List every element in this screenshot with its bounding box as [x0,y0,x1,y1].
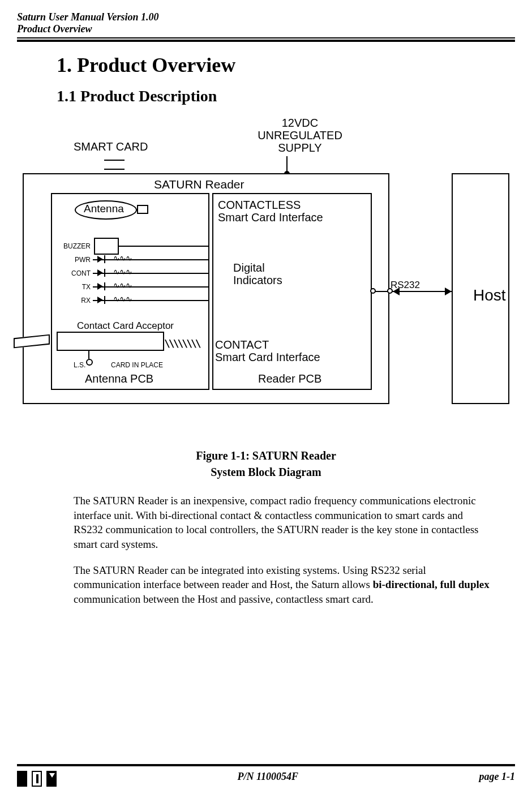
pwr-line [93,259,209,260]
cont-label: CONT [57,269,91,277]
led-icon [104,282,105,290]
contact-acceptor-label: Contact Card Acceptor [77,320,174,332]
led-icon [97,269,103,276]
rs232-label: RS232 [391,280,420,291]
smartcard-label: SMART CARD [74,140,148,153]
figure-caption-line2: System Block Diagram [17,466,515,479]
logo-bar-icon [32,771,42,787]
buzzer-line [119,246,209,247]
contact-line [17,117,41,118]
led-icon [104,296,105,304]
supply-label: 12VDC UNREGULATED SUPPLY [243,117,357,154]
digital-indicators-label: Digital Indicators [233,261,282,286]
digital-l2: Indicators [233,274,282,286]
rx-line [93,300,209,301]
acceptor-box [57,332,164,351]
figure-caption-line1: Figure 1-1: SATURN Reader [17,449,515,462]
contact-label: CONTACT Smart Card Interface [215,338,320,363]
footer-page: page 1-1 [479,771,515,787]
arrow-right-icon [445,288,452,295]
footer-pn: P/N 1100054F [238,771,299,787]
heading-1: 1. Product Overview [57,53,515,77]
paragraph-2-bold: bi-directional, full duplex [373,578,490,590]
ls-label: L.S. [74,361,85,369]
logo-bar-icon [17,771,27,787]
buzzer-label: BUZZER [57,242,91,250]
heading-2: 1.1 Product Description [57,87,515,105]
tx-line [93,286,209,288]
contact-connector-icon: \\\\\\\\ [164,337,200,349]
rx-label: RX [57,297,91,304]
page-header: Saturn User Manual Version 1.00 Product … [17,11,515,42]
reader-pcb-label: Reader PCB [258,372,321,385]
contactless-l1: CONTACTLESS [218,199,301,211]
paragraph-2: The SATURN Reader can be integrated into… [74,563,492,607]
page-footer: P/N 1100054F page 1-1 [17,758,515,787]
led-icon [97,256,103,263]
antenna-label: Antenna [84,203,124,215]
buzzer-box [94,238,119,255]
saturn-label: SATURN Reader [154,178,244,191]
cont-line [93,273,209,274]
contact-l2: Smart Card Interface [215,351,320,363]
rs232-node [370,288,376,294]
antenna-pcb-box [51,193,209,390]
led-icon [97,297,103,303]
led-icon [104,269,105,277]
resistor-icon: ∿∿∿ [113,254,132,263]
smartcard-icon [104,160,125,161]
ls-node [86,359,93,366]
tx-label: TX [57,283,91,291]
header-rule [17,37,515,42]
header-title: Saturn User Manual Version 1.00 [17,11,515,23]
ls-line [88,351,89,359]
pwr-label: PWR [57,256,91,264]
contact-l1: CONTACT [215,338,269,351]
contactless-l2: Smart Card Interface [218,211,323,224]
rs232-line [372,291,452,292]
resistor-icon: ∿∿∿ [113,281,132,290]
footer-logo [17,771,57,787]
block-diagram: SMART CARD 12VDC UNREGULATED SUPPLY Host… [17,117,515,434]
paragraph-1: The SATURN Reader is an inexpensive, com… [74,494,492,552]
digital-l1: Digital [233,261,265,274]
footer-rule [17,764,515,766]
resistor-icon: ∿∿∿ [113,267,132,276]
logo-bar-icon [46,771,57,787]
resistor-icon: ∿∿∿ [113,294,132,303]
header-subtitle: Product Overview [17,23,515,35]
smartcard-icon [104,169,125,170]
led-icon [97,283,103,290]
led-icon [104,255,105,263]
antenna-pcb-label: Antenna PCB [85,372,153,385]
host-label: Host [473,286,506,304]
card-in-place-label: CARD IN PLACE [111,361,163,369]
antenna-connector [137,205,148,214]
paragraph-2b: communication between the Host and passi… [74,593,374,605]
contactless-label: CONTACTLESS Smart Card Interface [218,199,323,224]
